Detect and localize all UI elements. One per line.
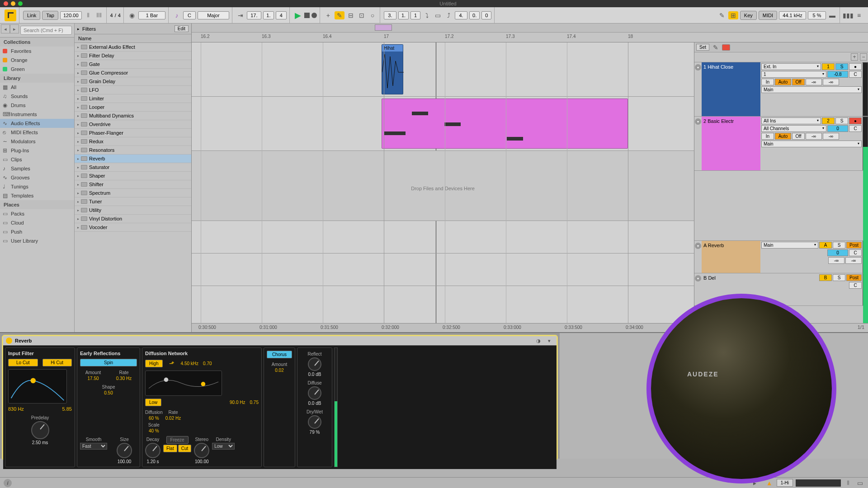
filter-freq[interactable]: 830 Hz [8,406,24,412]
pencil-small-icon[interactable]: ✎ [711,43,720,52]
track-row-2[interactable] [192,97,694,151]
er-rate-value[interactable]: 0.30 Hz [116,376,132,381]
punch-in-icon[interactable]: ⤵ [422,11,431,20]
send-a[interactable]: -∞ [806,79,822,85]
device-redux[interactable]: ▸Redux [75,137,191,146]
size-knob[interactable] [117,443,132,458]
info-icon[interactable]: i [4,479,12,487]
pos-bar[interactable]: 17. [247,11,261,19]
arm-button[interactable]: ● [849,63,862,70]
post-button[interactable]: Post [846,242,862,249]
track-letter[interactable]: A [819,242,832,249]
clip-name[interactable]: 1-Hi [777,479,793,487]
device-glue-compressor[interactable]: ▸Glue Compressor [75,69,191,77]
follow-icon[interactable]: ⇥ [236,11,245,20]
automation-arm-icon[interactable]: ✎ [335,11,344,19]
solo-button[interactable]: S [835,117,848,124]
pan-c[interactable]: C [849,71,862,78]
library-item-instruments[interactable]: ⌨Instruments [0,110,74,119]
diffusion-graph[interactable] [145,371,222,396]
fold-button[interactable]: ▾ [695,118,701,125]
loop-start-beat[interactable]: 1. [398,11,409,19]
freeze-toggle[interactable]: Freeze [166,436,189,444]
return-track-b[interactable] [192,253,694,286]
pan-c[interactable]: C [849,125,862,132]
link-button[interactable]: Link [23,11,40,20]
track-name[interactable]: B Del [703,275,759,281]
er-amount-value[interactable]: 17.50 [87,376,99,381]
device-saturator[interactable]: ▸Saturator [75,163,191,172]
place-item-cloud[interactable]: ▭Cloud [0,218,74,227]
input-channel[interactable]: 1 [761,71,826,78]
record-button[interactable] [311,13,317,18]
track-name[interactable]: 2 Basic Electr [703,118,759,124]
chorus-amount[interactable]: 0.02 [275,368,283,373]
decay-knob[interactable] [145,443,160,458]
output-routing[interactable]: Main [761,86,862,93]
low-freq[interactable]: 90.0 Hz [230,400,245,405]
tracks-content[interactable]: Hihat Drop Files and Devices Here [192,42,694,323]
shape-value[interactable]: 0.50 [104,390,113,395]
arrange-view-icon[interactable]: ≡ [854,11,863,20]
device-phaser-flanger[interactable]: ▸Phaser-Flanger [75,129,191,137]
post-button[interactable]: Post [846,274,862,281]
loop-start-six[interactable]: 1 [410,11,420,19]
low-shelf-toggle[interactable]: Low [145,399,161,406]
fold-button[interactable]: ▾ [695,275,701,282]
overload-icon[interactable]: ▬ [828,11,837,20]
device-gate[interactable]: ▸Gate [75,60,191,69]
track-header-2[interactable]: ▾ 2 Basic Electr All Ins2S● All Channels… [694,117,868,171]
place-item-user-library[interactable]: ▭User Library [0,236,74,245]
predelay-value[interactable]: 2.50 ms [32,440,48,445]
device-shaper[interactable]: ▸Shaper [75,172,191,180]
input-channel[interactable]: All Channels [761,125,826,132]
punch-out-icon[interactable]: ⤴ [444,11,453,20]
quantize-select[interactable]: 1 Bar [138,11,165,19]
track-name[interactable]: 1 Hihat Close [703,64,759,70]
solo-button[interactable]: S [833,242,845,249]
overdub-icon[interactable]: + [324,11,333,20]
root-note[interactable]: C [183,11,196,19]
high-shelf-toggle[interactable]: High [145,360,163,367]
global-rec-button[interactable] [722,44,730,51]
solo-button[interactable]: S [835,63,848,70]
metronome-icon[interactable]: ⫴ [84,11,93,20]
fold-button[interactable]: ▾ [695,64,701,70]
search-input[interactable] [20,26,72,35]
draw-mode-icon[interactable]: ⊞ [728,11,738,19]
track-name[interactable]: A Reverb [703,243,759,248]
filter-width[interactable]: 5.85 [62,406,72,412]
midi-editor-icon[interactable]: ⫴ [844,479,853,488]
library-item-tunings[interactable]: ♩Tunings [0,182,74,191]
monitor-auto[interactable]: Auto [775,79,791,85]
hicut-toggle[interactable]: Hi Cut [42,359,72,366]
output-routing[interactable]: Main [761,242,818,249]
timesig-num[interactable]: 4 [110,13,113,18]
device-shifter[interactable]: ▸Shifter [75,180,191,189]
device-tuner[interactable]: ▸Tuner [75,197,191,206]
loop-len-six[interactable]: 0 [481,11,491,19]
device-overdrive[interactable]: ▸Overdrive [75,120,191,129]
loop-icon[interactable]: ○ [368,11,377,20]
tap-button[interactable]: Tap [42,11,58,20]
clip-overview[interactable] [796,479,841,487]
audio-clip-hihat[interactable]: Hihat [382,44,403,94]
device-limiter[interactable]: ▸Limiter [75,94,191,103]
track-header-1[interactable]: ▾ 1 Hihat Close Ext. In1S● 1-0.8C InAuto… [694,62,868,117]
send-b[interactable]: -∞ [823,79,839,85]
collection-green[interactable]: Green [0,65,74,74]
minus-icon[interactable]: − [860,53,867,61]
device-lfo[interactable]: ▸LFO [75,86,191,94]
track-letter[interactable]: B [819,274,832,281]
library-item-all[interactable]: ▦All [0,83,74,92]
app-logo[interactable] [5,9,16,21]
device-grain-delay[interactable]: ▸Grain Delay [75,77,191,86]
library-item-drums[interactable]: ◉Drums [0,101,74,110]
library-item-clips[interactable]: ▭Clips [0,155,74,164]
pan-c[interactable]: C [849,249,862,256]
stop-button[interactable] [304,13,310,18]
window-controls[interactable] [4,1,23,6]
chorus-toggle[interactable]: Chorus [267,351,292,358]
device-vinyl-distortion[interactable]: ▸Vinyl Distortion [75,215,191,223]
loop-switch-icon[interactable]: ▭ [433,11,442,20]
